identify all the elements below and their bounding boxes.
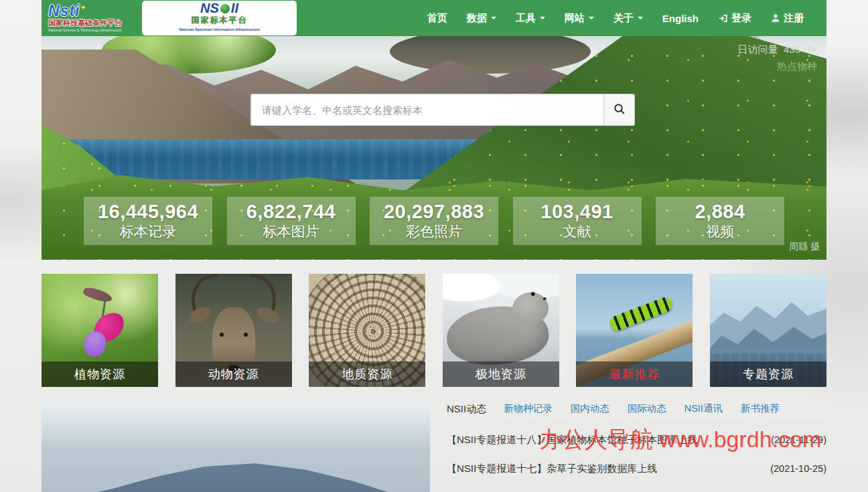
menu-item-home[interactable]: 首页 xyxy=(427,12,447,25)
card-plant-resources[interactable]: 植物资源 xyxy=(42,274,158,387)
chevron-down-icon xyxy=(491,17,496,19)
specimen-search-bar xyxy=(250,94,635,126)
menu-item-data[interactable]: 数据 xyxy=(467,12,496,25)
photo-credit: 周繇 摄 xyxy=(789,241,820,253)
menu-item-sites[interactable]: 网站 xyxy=(565,12,594,25)
menu-item-login[interactable]: 登录 xyxy=(718,12,751,25)
news-tabs: 新物种记录 国内动态 国际动态 NSII通讯 新书推荐 xyxy=(504,402,826,422)
hero-meta: 日访问量 435 UV 热点物种 xyxy=(738,44,817,73)
news-header: NSII动态 新物种记录 国内动态 国际动态 NSII通讯 新书推荐 xyxy=(447,402,826,422)
news-tab-new-books[interactable]: 新书推荐 xyxy=(741,402,780,415)
login-icon xyxy=(718,13,728,23)
search-icon xyxy=(613,103,626,117)
chevron-down-icon xyxy=(589,17,594,19)
nsii-logo-en: National Specimen Information Infrastruc… xyxy=(147,27,291,31)
bottom-section: NSII动态 新物种记录 国内动态 国际动态 NSII通讯 新书推荐 【NSII… xyxy=(42,402,826,492)
stat-videos: 2,884 视频 xyxy=(656,197,784,245)
menu-item-about[interactable]: 关于 xyxy=(613,12,643,25)
news-list: 【NSII专题报道十八】国家植物标本馆种子标本图库上线 (2021-11-29)… xyxy=(447,426,826,483)
nsii-logo[interactable]: NSII 国家标本平台 National Specimen Informatio… xyxy=(142,1,297,35)
category-cards-row: 植物资源 动物资源 地质资源 极地资源 最新推荐 专题资源 xyxy=(42,274,826,387)
menu-item-register[interactable]: 注册 xyxy=(771,12,804,25)
daily-visits: 日访问量 435 UV xyxy=(738,44,817,55)
star-icon: ✦ xyxy=(80,3,86,11)
hero-banner: 日访问量 435 UV 热点物种 16,445,964 标本记录 6,822,7… xyxy=(42,36,826,260)
news-item[interactable]: 【NSII专题报道十七】杂草子实鉴别数据库上线 (2021-10-25) xyxy=(447,455,826,483)
nsti-logo-word: Nsti✦ xyxy=(48,3,137,19)
news-tab-domestic[interactable]: 国内动态 xyxy=(571,402,609,415)
menu-item-tools[interactable]: 工具 xyxy=(516,12,545,25)
chevron-down-icon xyxy=(540,17,545,19)
main-menu: 首页 数据 工具 网站 关于 English 登录 注册 xyxy=(427,12,826,25)
stat-literature: 103,491 文献 xyxy=(513,197,642,245)
news-tab-international[interactable]: 国际动态 xyxy=(628,402,666,415)
nsti-logo-en: National Science & Technology Infrastruc… xyxy=(48,28,136,32)
cloud-shape xyxy=(390,36,591,74)
user-icon xyxy=(771,13,780,23)
news-panel: NSII动态 新物种记录 国内动态 国际动态 NSII通讯 新书推荐 【NSII… xyxy=(447,402,826,492)
news-tab-new-species[interactable]: 新物种记录 xyxy=(504,402,553,415)
feature-image-mountains[interactable] xyxy=(42,402,430,492)
top-navbar: Nsti✦ 国家科技基础条件平台 National Science & Tech… xyxy=(42,0,826,36)
stat-specimen-images: 6,822,744 标本图片 xyxy=(227,197,356,245)
mist-art xyxy=(42,402,430,449)
card-latest-recommendations[interactable]: 最新推荐 xyxy=(576,274,693,387)
hot-species-link[interactable]: 热点物种 xyxy=(738,60,817,73)
page-container: Nsti✦ 国家科技基础条件平台 National Science & Tech… xyxy=(42,0,826,492)
card-topic-resources[interactable]: 专题资源 xyxy=(710,274,826,387)
news-item[interactable]: 【NSII专题报道十八】国家植物标本馆种子标本图库上线 (2021-11-29) xyxy=(447,426,826,455)
nsii-logo-cn: 国家标本平台 xyxy=(147,15,291,26)
news-tab-nsii-newsletter[interactable]: NSII通讯 xyxy=(684,402,723,415)
search-input[interactable] xyxy=(251,94,603,125)
leaf-icon xyxy=(220,4,230,13)
stat-color-photos: 20,297,883 彩色照片 xyxy=(370,197,498,245)
forest-ridge-art xyxy=(42,442,430,492)
card-animal-resources[interactable]: 动物资源 xyxy=(175,274,292,387)
stat-specimen-records: 16,445,964 标本记录 xyxy=(84,197,212,245)
card-polar-resources[interactable]: 极地资源 xyxy=(443,274,559,387)
nsti-logo[interactable]: Nsti✦ 国家科技基础条件平台 National Science & Tech… xyxy=(48,3,137,33)
search-button[interactable] xyxy=(603,94,634,125)
menu-item-english[interactable]: English xyxy=(662,13,699,24)
chevron-down-icon xyxy=(638,17,643,19)
nsii-logo-word: NSII xyxy=(147,3,291,14)
nsti-logo-cn: 国家科技基础条件平台 xyxy=(48,19,137,27)
card-geology-resources[interactable]: 地质资源 xyxy=(309,274,425,387)
news-title[interactable]: NSII动态 xyxy=(447,403,486,422)
statistics-row: 16,445,964 标本记录 6,822,744 标本图片 20,297,88… xyxy=(42,197,826,245)
